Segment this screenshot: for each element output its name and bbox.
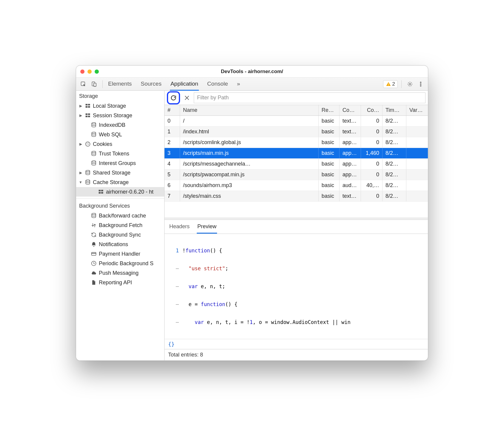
total-entries: Total entries: 8 <box>168 352 203 358</box>
cell-time: 8/2… <box>382 191 406 201</box>
sidebar-item-label: IndexedDB <box>99 122 125 128</box>
sidebar-item-indexeddb[interactable]: IndexedDB <box>76 120 164 130</box>
section-bg-title: Background Services <box>76 200 164 211</box>
cell-vary <box>406 126 428 137</box>
close-window-button[interactable] <box>80 70 84 74</box>
warnings-badge[interactable]: 2 <box>383 80 398 88</box>
titlebar: DevTools - airhorner.com/ <box>76 66 428 78</box>
cell-content-type: app… <box>339 159 361 169</box>
sidebar-item-label: Web SQL <box>99 132 122 138</box>
svg-point-25 <box>92 151 96 153</box>
sidebar-item-back-forward-cache[interactable]: Back/forward cache <box>76 211 164 220</box>
cell-vary <box>406 137 428 148</box>
sidebar-item-cache-storage[interactable]: ▼Cache Storage <box>76 178 164 187</box>
sidebar-item-shared-storage[interactable]: ▶Shared Storage <box>76 168 164 178</box>
table-row[interactable]: 5/scripts/pwacompat.min.jsbasicapp…08/2… <box>165 169 428 180</box>
cell-time: 8/2… <box>382 180 406 191</box>
zoom-window-button[interactable] <box>95 70 99 74</box>
fold-marker[interactable]: – <box>165 301 182 307</box>
clear-button[interactable] <box>182 93 191 102</box>
cell-content-length: 0 <box>361 137 382 148</box>
svg-point-6 <box>409 83 411 85</box>
disclosure-icon[interactable]: ▶ <box>79 104 83 108</box>
sidebar-item-background-fetch[interactable]: Background Fetch <box>76 220 164 230</box>
split-handle[interactable] <box>165 218 428 220</box>
tab-sources[interactable]: Sources <box>140 78 162 91</box>
disclosure-icon[interactable]: ▶ <box>79 113 83 118</box>
fold-marker[interactable]: – <box>165 283 182 289</box>
col-response[interactable]: Res… <box>319 105 339 115</box>
braces-indicator[interactable]: {} <box>165 339 428 349</box>
sidebar-item-label: Reporting API <box>99 280 132 286</box>
sidebar-item-payment-handler[interactable]: Payment Handler <box>76 249 164 259</box>
detail-tab-preview[interactable]: Preview <box>197 222 217 234</box>
more-icon[interactable] <box>416 79 425 89</box>
refresh-button[interactable] <box>169 93 178 102</box>
tab-overflow[interactable]: » <box>236 78 241 91</box>
sidebar-item-reporting-api[interactable]: Reporting API <box>76 278 164 287</box>
cell-index: 0 <box>165 116 180 126</box>
tab-elements[interactable]: Elements <box>107 78 132 91</box>
sidebar-item-push-messaging[interactable]: Push Messaging <box>76 268 164 278</box>
sidebar-item-cookies[interactable]: ▶Cookies <box>76 139 164 149</box>
col-vary[interactable]: Var… <box>406 105 428 115</box>
table-row[interactable]: 0/basictext…08/2… <box>165 116 428 126</box>
clock-icon <box>90 260 97 267</box>
sidebar-item-label: Notifications <box>99 241 128 248</box>
svg-rect-11 <box>88 104 90 105</box>
detail-tab-headers[interactable]: Headers <box>169 222 190 234</box>
detail-pane: Headers Preview 1!function() { – "use st… <box>165 220 428 349</box>
filter-input[interactable] <box>194 92 425 103</box>
disclosure-icon[interactable]: ▶ <box>79 142 83 146</box>
table-row[interactable]: 7/styles/main.cssbasictext…08/2… <box>165 191 428 202</box>
col-index[interactable]: # <box>165 105 180 115</box>
col-name[interactable]: Name <box>180 105 319 115</box>
table-row[interactable]: 2/scripts/comlink.global.jsbasicapp…08/2… <box>165 137 428 148</box>
table-row[interactable]: 3/scripts/main.min.jsbasicapp…1,4608/2… <box>165 148 428 159</box>
table-row[interactable]: 1/index.htmlbasictext…08/2… <box>165 126 428 137</box>
cell-content-length: 0 <box>361 191 382 201</box>
sidebar-item-background-sync[interactable]: Background Sync <box>76 230 164 240</box>
sidebar-item-web-sql[interactable]: Web SQL <box>76 130 164 139</box>
window-title: DevTools - airhorner.com/ <box>76 69 428 75</box>
minimize-window-button[interactable] <box>87 70 92 74</box>
sidebar-item-notifications[interactable]: Notifications <box>76 240 164 249</box>
disclosure-icon[interactable]: ▼ <box>79 180 83 184</box>
col-content-length[interactable]: Co… <box>361 105 382 115</box>
bell-icon <box>90 241 97 248</box>
col-time[interactable]: Tim… <box>382 105 406 115</box>
inspect-element-icon[interactable] <box>79 79 88 89</box>
disclosure-icon[interactable]: ▶ <box>79 171 83 175</box>
fold-marker[interactable]: – <box>165 319 182 325</box>
svg-point-26 <box>92 161 96 162</box>
separator <box>76 198 164 199</box>
tab-application[interactable]: Application <box>170 78 199 91</box>
sidebar-item-local-storage[interactable]: ▶Local Storage <box>76 101 164 111</box>
tab-console[interactable]: Console <box>207 78 229 91</box>
col-content-type[interactable]: Co… <box>339 105 361 115</box>
top-toolbar: Elements Sources Application Console » 2 <box>76 78 428 91</box>
cell-content-type: app… <box>339 137 361 148</box>
fold-marker[interactable]: – <box>165 266 182 271</box>
svg-point-18 <box>92 123 96 124</box>
device-toolbar-icon[interactable] <box>89 79 99 89</box>
application-sidebar: Storage ▶Local Storage▶Session StorageIn… <box>76 91 165 360</box>
sidebar-item-session-storage[interactable]: ▶Session Storage <box>76 111 164 120</box>
sidebar-item-airhorner-0-6-20-ht[interactable]: airhorner-0.6.20 - ht <box>76 187 164 197</box>
table-body: 0/basictext…08/2…1/index.htmlbasictext…0… <box>165 116 428 218</box>
code-preview: 1!function() { – "use strict"; – var e, … <box>165 234 428 339</box>
sidebar-item-periodic-background-s[interactable]: Periodic Background S <box>76 259 164 268</box>
table-row[interactable]: 4/scripts/messagechannela…basicapp…08/2… <box>165 159 428 169</box>
sidebar-item-label: Periodic Background S <box>99 260 153 267</box>
sidebar-item-interest-groups[interactable]: Interest Groups <box>76 158 164 168</box>
svg-point-20 <box>86 142 90 146</box>
cookie-icon <box>84 141 91 147</box>
fetch-icon <box>90 222 97 229</box>
sidebar-item-trust-tokens[interactable]: Trust Tokens <box>76 149 164 158</box>
separator <box>401 80 402 88</box>
cell-time: 8/2… <box>382 148 406 158</box>
cell-content-length: 0 <box>361 126 382 137</box>
svg-rect-16 <box>86 116 88 117</box>
settings-icon[interactable] <box>405 79 415 89</box>
table-row[interactable]: 6/sounds/airhorn.mp3basicaud…40,…8/2… <box>165 180 428 191</box>
